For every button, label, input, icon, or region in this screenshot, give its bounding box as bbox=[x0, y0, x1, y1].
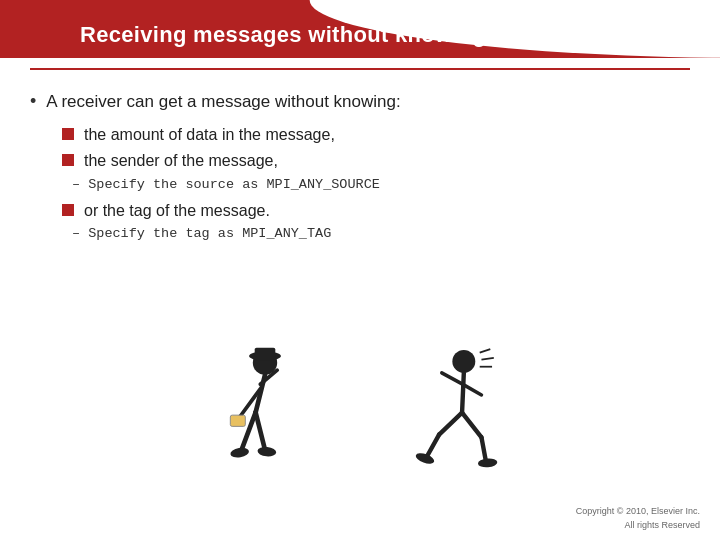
svg-point-11 bbox=[452, 350, 475, 373]
main-bullet-text: A receiver can get a message without kno… bbox=[46, 90, 400, 114]
sub-bullet-icon-1 bbox=[62, 128, 74, 140]
svg-rect-6 bbox=[230, 415, 245, 426]
svg-point-9 bbox=[230, 446, 250, 458]
slide-title: Receiving messages without knowing bbox=[80, 22, 486, 48]
svg-line-19 bbox=[427, 435, 439, 457]
svg-line-20 bbox=[462, 413, 481, 438]
svg-line-15 bbox=[462, 373, 464, 413]
svg-line-16 bbox=[442, 373, 463, 384]
sub-bullet-3-container: or the tag of the message. bbox=[62, 200, 690, 222]
sub-bullet-2: the sender of the message, bbox=[62, 150, 690, 172]
svg-line-13 bbox=[481, 358, 493, 360]
svg-rect-2 bbox=[255, 348, 276, 357]
svg-line-8 bbox=[256, 412, 265, 450]
main-bullet-dot: • bbox=[30, 91, 36, 112]
svg-point-23 bbox=[478, 458, 498, 468]
sub-bullet-text-1: the amount of data in the message, bbox=[84, 124, 335, 146]
sub-bullet-1: the amount of data in the message, bbox=[62, 124, 690, 146]
figure-1 bbox=[210, 342, 320, 492]
code-line-1: – Specify the source as MPI_ANY_SOURCE bbox=[72, 177, 690, 192]
sub-bullet-3: or the tag of the message. bbox=[62, 200, 690, 222]
figures-area bbox=[80, 312, 640, 492]
svg-point-10 bbox=[257, 446, 276, 457]
svg-line-12 bbox=[480, 349, 491, 353]
divider-line bbox=[30, 68, 690, 70]
svg-point-22 bbox=[414, 451, 435, 466]
sub-bullet-text-2: the sender of the message, bbox=[84, 150, 278, 172]
copyright: Copyright © 2010, Elsevier Inc. All righ… bbox=[576, 505, 700, 532]
sub-bullets-container: the amount of data in the message, the s… bbox=[62, 124, 690, 173]
slide: Receiving messages without knowing • A r… bbox=[0, 0, 720, 540]
svg-line-18 bbox=[439, 413, 462, 435]
svg-line-21 bbox=[481, 437, 485, 461]
title-area: Receiving messages without knowing bbox=[80, 10, 700, 60]
copyright-line2: All rights Reserved bbox=[576, 519, 700, 533]
main-bullet: • A receiver can get a message without k… bbox=[30, 90, 690, 114]
sub-bullet-text-3: or the tag of the message. bbox=[84, 200, 270, 222]
sub-bullet-icon-2 bbox=[62, 154, 74, 166]
svg-line-17 bbox=[463, 384, 482, 395]
figure-2 bbox=[400, 342, 510, 492]
copyright-line1: Copyright © 2010, Elsevier Inc. bbox=[576, 505, 700, 519]
code-line-2: – Specify the tag as MPI_ANY_TAG bbox=[72, 226, 690, 241]
sub-bullet-icon-3 bbox=[62, 204, 74, 216]
